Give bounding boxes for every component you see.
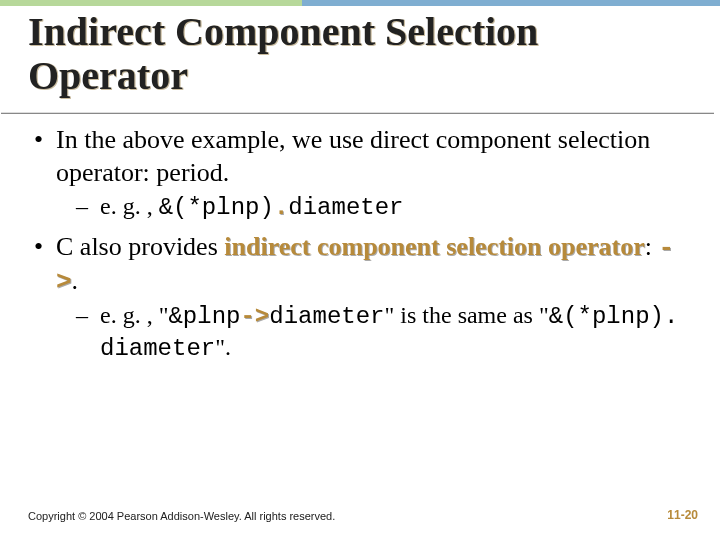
dot-highlight: . xyxy=(274,194,288,221)
bullet-2-text-a: C also provides xyxy=(56,232,224,261)
eg2-mid: " is the same as " xyxy=(385,302,549,328)
arrow-inline-highlight: -> xyxy=(240,303,269,330)
footer-copyright: Copyright © 2004 Pearson Addison-Wesley.… xyxy=(28,510,335,522)
code-deref: &(*plnp) xyxy=(159,194,274,221)
bullet-2-text-c: . xyxy=(72,266,79,295)
bullet-2-highlight: indirect component selection operator xyxy=(224,232,645,261)
bullet-1-sub-1: e. g. , &(*plnp).diameter xyxy=(56,191,692,223)
slide-title: Indirect Component Selection Operator xyxy=(28,10,692,98)
slide-body: In the above example, we use direct comp… xyxy=(32,124,692,373)
code-member: diameter xyxy=(288,194,403,221)
eg-prefix: e. g. , xyxy=(100,193,159,219)
bullet-2-sub-1: e. g. , "&plnp->diameter" is the same as… xyxy=(56,300,692,364)
bullet-1: In the above example, we use direct comp… xyxy=(32,124,692,223)
title-underline xyxy=(1,112,714,114)
top-stripe xyxy=(0,0,720,6)
code-a: &plnp xyxy=(168,303,240,330)
bullet-1-text: In the above example, we use direct comp… xyxy=(56,125,650,187)
bullet-2: C also provides indirect component selec… xyxy=(32,231,692,364)
footer-pagenum: 11-20 xyxy=(667,508,698,522)
slide: Indirect Component Selection Operator In… xyxy=(0,0,720,540)
eg2-prefix: e. g. , " xyxy=(100,302,168,328)
eg2-end: ". xyxy=(215,334,231,360)
code-b: diameter xyxy=(269,303,384,330)
bullet-2-text-b: : xyxy=(645,232,659,261)
